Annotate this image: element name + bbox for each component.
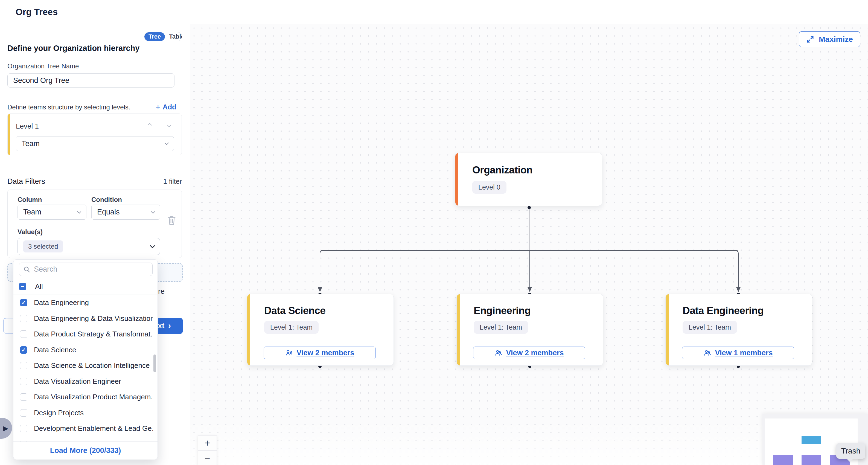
view-members-label: View 2 members: [506, 349, 564, 357]
option-label: Data Engineering: [34, 299, 89, 307]
app-header: Org Trees: [0, 0, 868, 24]
option-checkbox[interactable]: ✓: [20, 299, 27, 306]
tree-edges: [190, 24, 868, 465]
node-title: Data Engineering: [683, 305, 812, 316]
minimap-child-node: [773, 455, 793, 465]
move-up-icon[interactable]: [148, 123, 152, 127]
node-level-badge: Level 1: Team: [683, 321, 737, 334]
maximize-icon: [806, 35, 814, 43]
people-icon: [703, 349, 712, 357]
option-checkbox[interactable]: ✓: [20, 346, 27, 354]
view-members-button[interactable]: View 2 members: [264, 347, 376, 359]
option-row[interactable]: Data Science & Location Intelligence: [13, 358, 153, 374]
column-label: Column: [18, 196, 42, 204]
zoom-controls: + −: [198, 435, 217, 465]
chevron-down-icon: [150, 243, 155, 248]
option-label: Data Visualization Product Managem...: [34, 393, 153, 401]
page-title: Org Trees: [16, 7, 58, 17]
view-members-button[interactable]: View 2 members: [473, 347, 585, 359]
condition-label: Condition: [91, 196, 122, 204]
add-level-button[interactable]: + Add: [156, 103, 176, 111]
level-card: Level 1 Team: [7, 114, 182, 155]
hierarchy-panel: Tree Table Define your Organization hier…: [0, 24, 190, 465]
toggle-tree[interactable]: Tree: [145, 32, 165, 41]
level-title: Level 1: [16, 122, 39, 130]
filter-card: Column Condition Team Equals Value(s) 3 …: [7, 190, 182, 258]
org-node-data-science[interactable]: Data Science Level 1: Team View 2 member…: [247, 294, 394, 366]
view-members-label: View 2 members: [297, 349, 354, 357]
option-row[interactable]: Data Visualization Engineer: [13, 374, 153, 390]
chevron-right-icon: ›: [168, 321, 171, 330]
node-title: Engineering: [474, 305, 603, 316]
select-all-checkbox[interactable]: [19, 283, 26, 290]
node-title: Data Science: [264, 305, 394, 316]
chevron-down-icon: [165, 141, 169, 145]
trash-tooltip: Trash: [836, 443, 865, 459]
tree-name-label: Organization Tree Name: [7, 62, 79, 70]
zoom-in-button[interactable]: +: [198, 435, 217, 451]
node-level-badge: Level 0: [472, 181, 506, 194]
dropdown-search[interactable]: [19, 262, 153, 276]
option-row[interactable]: Data Product Strategy & Transformat...: [13, 326, 153, 342]
org-node-engineering[interactable]: Engineering Level 1: Team View 2 members: [457, 294, 603, 366]
level-type-select[interactable]: Team: [16, 136, 174, 151]
selected-count-chip: 3 selected: [23, 241, 63, 252]
scrollbar-thumb[interactable]: [153, 354, 156, 372]
option-checkbox[interactable]: [20, 315, 27, 322]
condition-select[interactable]: Equals: [91, 205, 160, 220]
load-more-button[interactable]: Load More (200/333): [13, 441, 157, 460]
values-multiselect[interactable]: 3 selected: [18, 238, 160, 255]
zoom-out-button[interactable]: −: [198, 451, 217, 465]
option-checkbox[interactable]: [20, 378, 27, 385]
option-row[interactable]: Data Engineering & Data Visualization: [13, 311, 153, 327]
option-checkbox[interactable]: [20, 393, 27, 401]
minimap-root-node: [802, 436, 821, 444]
chevron-down-icon: [151, 209, 155, 214]
option-checkbox[interactable]: [20, 362, 27, 369]
node-level-badge: Level 1: Team: [474, 321, 528, 334]
option-row[interactable]: ✓Data Engineering: [13, 295, 153, 311]
minimap-child-node: [802, 455, 821, 465]
filter-count: 1 filter: [163, 178, 182, 185]
view-members-button[interactable]: View 1 members: [682, 347, 794, 359]
select-all-label: All: [35, 282, 43, 291]
data-filters-title: Data Filters: [7, 177, 45, 186]
org-node-root[interactable]: Organization Level 0: [455, 153, 602, 206]
maximize-button[interactable]: Maximize: [799, 31, 860, 47]
people-icon: [285, 349, 293, 357]
option-label: Data Science: [34, 346, 76, 354]
option-checkbox[interactable]: [20, 409, 27, 416]
option-checkbox[interactable]: [20, 331, 27, 338]
node-title: Organization: [472, 164, 602, 176]
org-tree-canvas[interactable]: Maximize Organization Level 0 Data Scien…: [190, 24, 868, 465]
view-toggle[interactable]: Tree Table: [144, 32, 182, 41]
chevron-down-icon: [77, 209, 82, 214]
option-row[interactable]: Data Visualization Product Managem...: [13, 389, 153, 405]
occluded-text-fragment: re: [158, 287, 165, 296]
values-dropdown: All ✓Data EngineeringData Engineering & …: [13, 259, 158, 460]
plus-icon: +: [156, 104, 160, 111]
node-level-badge: Level 1: Team: [264, 321, 319, 334]
option-label: Data Engineering & Data Visualization: [34, 314, 153, 323]
delete-filter-trash-icon[interactable]: [167, 215, 177, 226]
option-label: Design Projects: [34, 409, 84, 417]
org-node-data-engineering[interactable]: Data Engineering Level 1: Team View 1 me…: [665, 294, 812, 366]
option-row[interactable]: ✓Data Science: [13, 342, 153, 358]
option-row[interactable]: Development Enablement & Lead Ge...: [13, 421, 153, 437]
column-select[interactable]: Team: [18, 205, 86, 220]
option-label: Development Enablement & Lead Ge...: [34, 424, 153, 433]
play-icon: ▶: [3, 425, 8, 432]
tree-name-input[interactable]: [7, 73, 175, 88]
people-icon: [494, 349, 503, 357]
option-label: Data Science & Location Intelligence: [34, 361, 150, 370]
option-label: Data Product Strategy & Transformat...: [34, 330, 153, 338]
panel-heading: Define your Organization hierarchy: [7, 44, 140, 53]
move-down-icon[interactable]: [167, 123, 172, 127]
option-row[interactable]: Design Projects: [13, 405, 153, 421]
option-checkbox[interactable]: [20, 425, 27, 432]
toggle-table[interactable]: Table: [165, 32, 182, 41]
option-row[interactable]: Development & Portfolio Strat...: [13, 437, 153, 442]
values-label: Value(s): [18, 228, 43, 236]
select-all-row[interactable]: All: [13, 279, 157, 294]
search-input[interactable]: [34, 265, 143, 274]
